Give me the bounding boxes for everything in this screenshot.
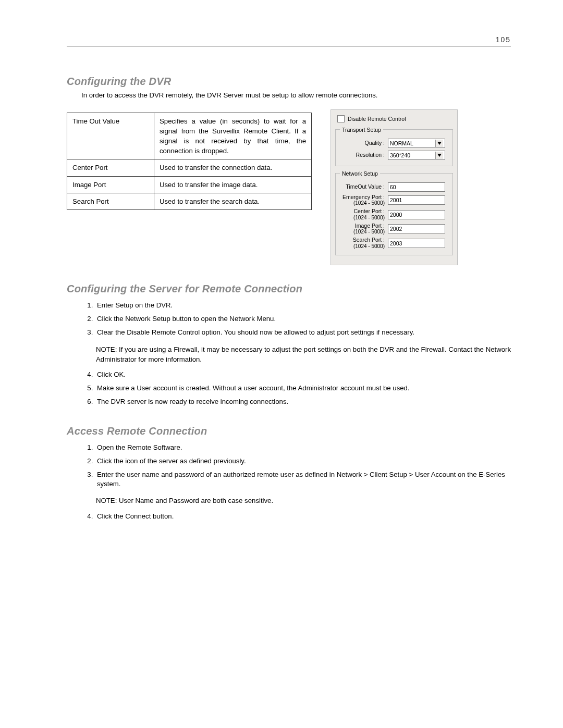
heading-configuring-server: Configuring the Server for Remote Connec… — [67, 283, 511, 295]
emergency-label: Emergency Port : (1024 - 5000) — [340, 194, 388, 206]
desc-cell: Used to transfer the image data. — [154, 176, 312, 193]
steps-list: Enter Setup on the DVR. Click the Networ… — [81, 299, 511, 340]
two-column-row: Time Out Value Specifies a value (in sec… — [67, 113, 511, 265]
quality-row: Quality : NORMAL — [340, 139, 448, 148]
search-row: Search Port : (1024 - 5000) 2003 — [340, 237, 448, 249]
network-setup-group: Network Setup TimeOut Value : 60 Emergen… — [335, 170, 453, 255]
page: 105 Configuring the DVR In order to acce… — [0, 0, 563, 728]
center-label: Center Port : (1024 - 5000) — [340, 208, 388, 220]
list-item: Click OK. — [95, 368, 511, 382]
heading-access-remote: Access Remote Connection — [67, 425, 511, 437]
image-input[interactable]: 2002 — [388, 224, 445, 233]
list-item: Open the Remote Software. — [95, 441, 511, 455]
list-item: Enter the user name and password of an a… — [95, 468, 511, 491]
quality-select[interactable]: NORMAL — [388, 139, 445, 148]
table-row: Search Port Used to transfer the search … — [67, 193, 312, 209]
svg-marker-0 — [437, 142, 442, 145]
chevron-down-icon — [435, 140, 443, 147]
settings-panel: Disable Remote Control Transport Setup Q… — [331, 109, 458, 265]
steps-list: Open the Remote Software. Click the icon… — [81, 441, 511, 492]
disable-remote-row: Disable Remote Control — [337, 115, 453, 122]
center-row: Center Port : (1024 - 5000) 2000 — [340, 208, 448, 220]
table-row: Center Port Used to transfer the connect… — [67, 159, 312, 176]
desc-cell: Specifies a value (in seconds) to wait f… — [154, 113, 312, 159]
desc-cell: Used to transfer the connection data. — [154, 159, 312, 176]
quality-label: Quality : — [340, 140, 388, 146]
definitions-table: Time Out Value Specifies a value (in sec… — [67, 113, 312, 210]
resolution-label: Resolution : — [340, 152, 388, 158]
term-cell: Image Port — [67, 176, 154, 193]
header-rule: 105 — [67, 33, 511, 46]
timeout-input[interactable]: 60 — [388, 182, 445, 192]
search-input[interactable]: 2003 — [388, 239, 445, 248]
resolution-row: Resolution : 360*240 — [340, 151, 448, 160]
timeout-row: TimeOut Value : 60 — [340, 182, 448, 192]
table-row: Image Port Used to transfer the image da… — [67, 176, 312, 193]
term-cell: Search Port — [67, 193, 154, 209]
resolution-value: 360*240 — [390, 152, 410, 158]
page-number: 105 — [496, 35, 511, 44]
transport-setup-group: Transport Setup Quality : NORMAL Resolut… — [335, 127, 453, 166]
heading-configuring-dvr: Configuring the DVR — [67, 76, 511, 88]
center-input[interactable]: 2000 — [388, 210, 445, 219]
emergency-input[interactable]: 2001 — [388, 195, 445, 205]
search-label: Search Port : (1024 - 5000) — [340, 237, 388, 249]
note-text: NOTE: User Name and Password are both ca… — [96, 496, 511, 505]
chevron-down-icon — [435, 152, 443, 159]
list-item: Click the icon of the server as defined … — [95, 455, 511, 468]
resolution-select[interactable]: 360*240 — [388, 151, 445, 160]
steps-list: Click the Connect button. — [81, 510, 511, 524]
transport-legend: Transport Setup — [340, 127, 383, 133]
network-legend: Network Setup — [340, 170, 380, 177]
list-item: Enter Setup on the DVR. — [95, 299, 511, 313]
quality-value: NORMAL — [390, 140, 413, 146]
steps-list: Click OK. Make sure a User account is cr… — [81, 368, 511, 410]
timeout-label: TimeOut Value : — [340, 184, 388, 190]
list-item: Clear the Disable Remote Control option.… — [95, 326, 511, 340]
list-item: Click the Network Setup button to open t… — [95, 313, 511, 326]
note-text: NOTE: If you are using a Firewall, it ma… — [96, 344, 511, 364]
intro-text: In order to access the DVR remotely, the… — [81, 91, 511, 100]
list-item: Make sure a User account is created. Wit… — [95, 382, 511, 396]
term-cell: Center Port — [67, 159, 154, 176]
list-item: The DVR server is now ready to receive i… — [95, 396, 511, 409]
image-row: Image Port : (1024 - 5000) 2002 — [340, 223, 448, 235]
emergency-row: Emergency Port : (1024 - 5000) 2001 — [340, 194, 448, 206]
term-cell: Time Out Value — [67, 113, 154, 159]
disable-remote-label: Disable Remote Control — [348, 116, 406, 122]
disable-remote-checkbox[interactable] — [337, 115, 345, 122]
table-row: Time Out Value Specifies a value (in sec… — [67, 113, 312, 159]
svg-marker-1 — [437, 154, 442, 157]
list-item: Click the Connect button. — [95, 510, 511, 524]
image-label: Image Port : (1024 - 5000) — [340, 223, 388, 235]
desc-cell: Used to transfer the search data. — [154, 193, 312, 209]
